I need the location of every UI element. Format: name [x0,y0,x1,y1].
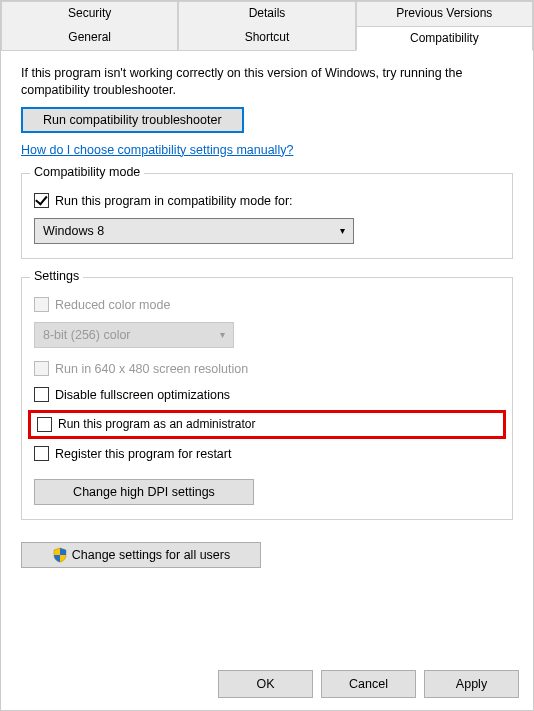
compat-os-selected: Windows 8 [43,224,104,238]
properties-dialog: Security Details Previous Versions Gener… [0,0,534,711]
tab-shortcut[interactable]: Shortcut [178,26,355,50]
tab-details[interactable]: Details [178,1,355,26]
color-depth-selected: 8-bit (256) color [43,328,131,342]
tab-compatibility[interactable]: Compatibility [356,26,533,51]
run-as-admin-label: Run this program as an administrator [58,417,255,431]
help-link[interactable]: How do I choose compatibility settings m… [21,143,293,157]
run-as-admin-checkbox[interactable] [37,417,52,432]
disable-fullscreen-label: Disable fullscreen optimizations [55,388,230,402]
register-restart-label: Register this program for restart [55,447,231,461]
tab-content: If this program isn't working correctly … [1,51,533,578]
register-restart-checkbox[interactable] [34,446,49,461]
run-as-admin-highlight: Run this program as an administrator [28,410,506,439]
run-640-checkbox [34,361,49,376]
ok-button[interactable]: OK [218,670,313,698]
compat-mode-label: Run this program in compatibility mode f… [55,194,293,208]
chevron-down-icon: ▾ [220,329,225,340]
reduced-color-label: Reduced color mode [55,298,170,312]
compat-mode-checkbox[interactable] [34,193,49,208]
reduced-color-checkbox [34,297,49,312]
compatibility-mode-group: Compatibility mode Run this program in c… [21,173,513,259]
tab-general[interactable]: General [1,26,178,50]
apply-button[interactable]: Apply [424,670,519,698]
tab-security[interactable]: Security [1,1,178,26]
shield-icon [52,547,68,563]
compat-os-dropdown[interactable]: Windows 8 ▾ [34,218,354,244]
settings-group: Settings Reduced color mode 8-bit (256) … [21,277,513,520]
intro-text: If this program isn't working correctly … [21,65,513,99]
settings-title: Settings [30,269,83,283]
chevron-down-icon: ▾ [340,225,345,236]
dialog-footer: OK Cancel Apply [218,670,519,698]
compat-mode-title: Compatibility mode [30,165,144,179]
run-troubleshooter-button[interactable]: Run compatibility troubleshooter [21,107,244,133]
disable-fullscreen-checkbox[interactable] [34,387,49,402]
tab-strip: Security Details Previous Versions Gener… [1,1,533,51]
change-all-users-button[interactable]: Change settings for all users [21,542,261,568]
change-dpi-button[interactable]: Change high DPI settings [34,479,254,505]
color-depth-dropdown: 8-bit (256) color ▾ [34,322,234,348]
change-all-users-label: Change settings for all users [72,548,230,562]
cancel-button[interactable]: Cancel [321,670,416,698]
run-640-label: Run in 640 x 480 screen resolution [55,362,248,376]
tab-previous-versions[interactable]: Previous Versions [356,1,533,26]
